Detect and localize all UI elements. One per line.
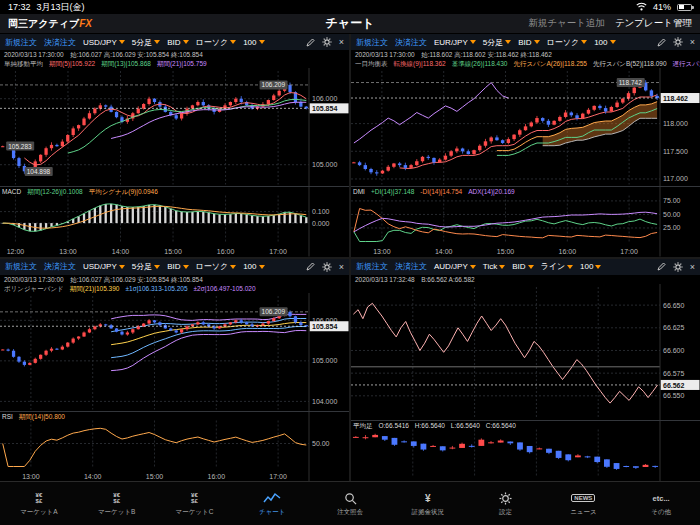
nav-item-other[interactable]: etc...その他	[622, 482, 700, 525]
new-order-button[interactable]: 新規注文	[356, 37, 388, 48]
indicator-legend-item: 先行スパンA(26)|118.255	[513, 59, 587, 68]
new-order-button[interactable]: 新規注文	[5, 261, 37, 272]
chart-canvas[interactable]: 66.65066.62566.60066.57566.55066.562平均足O…	[351, 284, 700, 482]
nav-item-market-b[interactable]: ¥€$£マーケットB	[78, 482, 156, 525]
chevron-down-icon	[595, 265, 601, 269]
timeframe-select[interactable]: 5分足	[132, 37, 160, 48]
svg-text:104.898: 104.898	[27, 168, 51, 175]
close-order-button[interactable]: 決済注文	[395, 261, 427, 272]
panel-toolbar: 新規注文 決済注文 EUR/JPY 5分足 BID ローソク 100 ×	[351, 34, 700, 50]
price-side-select[interactable]: BID	[512, 262, 533, 271]
svg-text:118.000: 118.000	[663, 120, 688, 127]
svg-text:16:00: 16:00	[208, 472, 226, 479]
indicator-legend-item: 単純移動平均	[4, 59, 43, 68]
draw-pencil-icon[interactable]	[306, 262, 315, 271]
chart-type-label: ローソク	[196, 261, 229, 272]
timeframe-select[interactable]: 5分足	[132, 261, 160, 272]
svg-text:118.742: 118.742	[619, 79, 642, 86]
symbol-label: EUR/JPY	[434, 38, 468, 47]
indicator-legend-item: ±1σ|106.313-105.205	[125, 284, 187, 293]
bar-count-select[interactable]: 100	[243, 38, 264, 47]
draw-pencil-icon[interactable]	[657, 38, 666, 47]
chart-canvas[interactable]: 106.000105.000105.283104.898106.209105.8…	[0, 68, 349, 257]
currency-icon: ¥€$£	[191, 491, 198, 506]
svg-text:13:00: 13:00	[59, 248, 77, 255]
chart-type-select[interactable]: ローソク	[196, 37, 237, 48]
new-order-button[interactable]: 新規注文	[356, 261, 388, 272]
svg-text:16:00: 16:00	[217, 248, 235, 255]
bar-count-select[interactable]: 100	[580, 262, 601, 271]
nav-item-label: 設定	[499, 508, 512, 517]
bar-count-select[interactable]: 100	[243, 262, 264, 271]
panel-toolbar: 新規注文 決済注文 AUD/JPY Tick BID ライン 100 ×	[351, 259, 700, 275]
close-panel-icon[interactable]: ×	[339, 262, 344, 272]
chevron-down-icon	[183, 40, 189, 44]
svg-text:117.500: 117.500	[663, 148, 688, 155]
svg-text:118.462: 118.462	[663, 95, 688, 102]
chevron-down-icon	[581, 40, 587, 44]
symbol-select[interactable]: USD/JPY	[83, 262, 125, 271]
indicator-legend: ボリンジャーバンド期間(21)|105.390±1σ|106.313-105.2…	[0, 284, 349, 293]
chart-type-select[interactable]: ローソク	[547, 37, 588, 48]
template-manage-button[interactable]: テンプレート管理	[615, 17, 692, 30]
chart-settings-gear-icon[interactable]	[673, 262, 683, 272]
add-chart-button[interactable]: 新規チャート追加	[528, 17, 605, 30]
symbol-label: USD/JPY	[83, 262, 117, 271]
chevron-down-icon	[119, 40, 125, 44]
svg-text:DMI+DI(14)|37.148-DI(14)|14.75: DMI+DI(14)|37.148-DI(14)|14.754ADX(14)|2…	[353, 188, 515, 196]
price-side-label: BID	[167, 262, 180, 271]
app-header: 岡三アクティブFX チャート 新規チャート追加 テンプレート管理	[0, 14, 700, 34]
nav-item-chart[interactable]: チャート	[233, 482, 311, 525]
svg-text:75.00: 75.00	[663, 197, 681, 204]
svg-text:RSI期間(14)|50.800: RSI期間(14)|50.800	[2, 412, 65, 420]
nav-item-order-inquiry[interactable]: 注文照会	[311, 482, 389, 525]
close-panel-icon[interactable]: ×	[339, 37, 344, 47]
svg-text:50.00: 50.00	[312, 440, 330, 447]
timeframe-select[interactable]: 5分足	[483, 37, 511, 48]
draw-pencil-icon[interactable]	[306, 38, 315, 47]
close-panel-icon[interactable]: ×	[690, 262, 695, 272]
chart-canvas[interactable]: 118.000117.500117.000118.742118.46275.00…	[351, 68, 700, 257]
indicator-legend-item: 転換線(9)|118.362	[394, 59, 446, 68]
price-side-select[interactable]: BID	[167, 262, 188, 271]
nav-item-market-c[interactable]: ¥€$£マーケットC	[156, 482, 234, 525]
chevron-down-icon	[119, 265, 125, 269]
svg-text:117.000: 117.000	[663, 175, 688, 182]
chart-type-label: ライン	[541, 261, 566, 272]
chart-settings-gear-icon[interactable]	[673, 37, 683, 47]
chart-panel-audjpy-tick: 新規注文 決済注文 AUD/JPY Tick BID ライン 100 × 202…	[351, 259, 700, 482]
indicator-legend-item: 一目均衡表	[355, 59, 388, 68]
clock: 17:32	[8, 2, 31, 12]
price-side-select[interactable]: BID	[167, 38, 188, 47]
svg-text:105.854: 105.854	[312, 105, 337, 112]
price-side-label: BID	[518, 38, 531, 47]
bar-count-select[interactable]: 100	[594, 38, 615, 47]
symbol-select[interactable]: USD/JPY	[83, 38, 125, 47]
nav-item-settings[interactable]: 設定	[467, 482, 545, 525]
chart-settings-gear-icon[interactable]	[322, 262, 332, 272]
close-order-button[interactable]: 決済注文	[395, 37, 427, 48]
chart-settings-gear-icon[interactable]	[322, 37, 332, 47]
chart-type-select[interactable]: ライン	[541, 261, 574, 272]
timeframe-label: 5分足	[483, 37, 503, 48]
timeframe-select[interactable]: Tick	[483, 262, 505, 271]
nav-item-margin-status[interactable]: ¥証拠金状況	[389, 482, 467, 525]
svg-text:17:00: 17:00	[269, 472, 287, 479]
close-order-button[interactable]: 決済注文	[44, 37, 76, 48]
close-panel-icon[interactable]: ×	[690, 37, 695, 47]
chart-panel-usdjpy-sma: 新規注文 決済注文 USD/JPY 5分足 BID ローソク 100 × 202…	[0, 34, 349, 257]
new-order-button[interactable]: 新規注文	[5, 37, 37, 48]
svg-text:15:00: 15:00	[497, 248, 515, 255]
symbol-select[interactable]: AUD/JPY	[434, 262, 476, 271]
nav-item-market-a[interactable]: ¥€$£マーケットA	[0, 482, 78, 525]
nav-item-news[interactable]: NEWSニュース	[544, 482, 622, 525]
symbol-select[interactable]: EUR/JPY	[434, 38, 476, 47]
chart-type-select[interactable]: ローソク	[196, 261, 237, 272]
chart-canvas[interactable]: 106.000105.000104.000106.209105.85450.00…	[0, 293, 349, 482]
draw-pencil-icon[interactable]	[657, 262, 666, 271]
close-order-button[interactable]: 決済注文	[44, 261, 76, 272]
svg-text:13:00: 13:00	[22, 472, 40, 479]
price-side-select[interactable]: BID	[518, 38, 539, 47]
indicator-legend-item: ボリンジャーバンド	[4, 284, 64, 293]
bar-count-label: 100	[243, 262, 256, 271]
